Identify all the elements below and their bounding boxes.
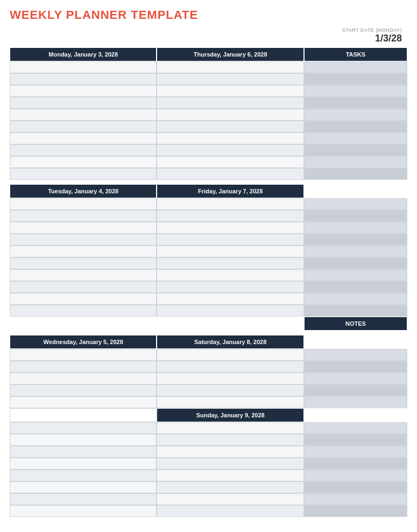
spacer: [10, 331, 407, 335]
table-row: [10, 305, 407, 317]
tasks-header: TASKS: [304, 47, 407, 61]
start-date-label: START DATE (MONDAY): [10, 27, 402, 33]
table-row: [10, 109, 407, 121]
table-row: [10, 61, 407, 73]
table-row: [10, 434, 407, 446]
table-row: [10, 446, 407, 458]
start-date-value: 1/3/28: [375, 33, 402, 44]
header-row-1: Monday, January 3, 2028 Thursday, Januar…: [10, 47, 407, 61]
notes-header-row: NOTES: [10, 317, 407, 331]
table-row: [10, 505, 407, 517]
table-row: [10, 246, 407, 257]
planner-grid: Monday, January 3, 2028 Thursday, Januar…: [10, 47, 407, 517]
table-row: [10, 85, 407, 97]
table-row: [10, 493, 407, 505]
table-row: [10, 481, 407, 493]
wednesday-header: Wednesday, January 5, 2028: [10, 335, 157, 349]
table-row: [10, 97, 407, 109]
table-row: [10, 281, 407, 293]
table-row: [10, 73, 407, 85]
table-row: [10, 373, 407, 384]
sunday-header-row: Sunday, January 9, 2028: [10, 408, 407, 422]
table-row: [10, 257, 407, 269]
thursday-header: Thursday, January 6, 2028: [157, 47, 303, 61]
table-row: [10, 210, 407, 222]
table-row: [10, 422, 407, 434]
notes-header: NOTES: [304, 317, 407, 331]
table-row: [10, 458, 407, 470]
table-row: [10, 470, 407, 481]
header-row-2: Tuesday, January 4, 2028 Friday, January…: [10, 184, 407, 198]
friday-header: Friday, January 7, 2028: [157, 184, 303, 198]
table-row: [10, 361, 407, 373]
table-row: [10, 144, 407, 156]
tuesday-header: Tuesday, January 4, 2028: [10, 184, 157, 198]
table-row: [10, 222, 407, 234]
table-row: [10, 132, 407, 144]
table-row: [10, 269, 407, 281]
table-row: [10, 234, 407, 246]
table-row: [10, 396, 407, 408]
table-row: [10, 156, 407, 168]
start-date-section: START DATE (MONDAY) 1/3/28: [10, 27, 407, 44]
table-row: [10, 384, 407, 396]
monday-header: Monday, January 3, 2028: [10, 47, 157, 61]
spacer: [10, 180, 407, 184]
table-row: [10, 198, 407, 210]
table-row: [10, 349, 407, 361]
table-row: [10, 293, 407, 305]
saturday-header: Saturday, January 8, 2028: [157, 335, 303, 349]
sunday-header: Sunday, January 9, 2028: [157, 408, 303, 422]
table-row: [10, 168, 407, 180]
header-row-3: Wednesday, January 5, 2028 Saturday, Jan…: [10, 335, 407, 349]
table-row: [10, 121, 407, 132]
page-title: WEEKLY PLANNER TEMPLATE: [10, 8, 407, 22]
